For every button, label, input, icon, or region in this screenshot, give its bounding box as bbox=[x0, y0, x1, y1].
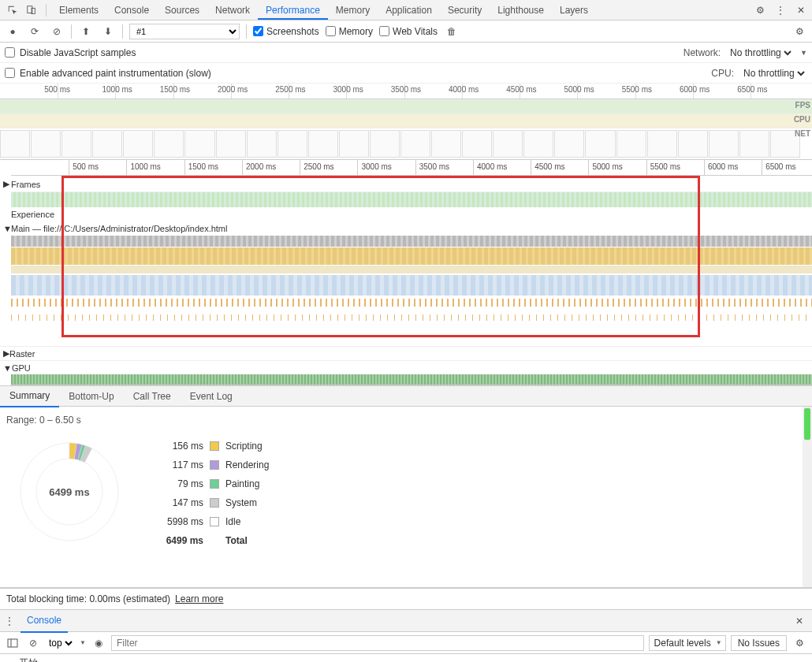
disable-js-samples-checkbox[interactable] bbox=[5, 47, 15, 58]
main-track-header[interactable]: ▼Main — file:///C:/Users/Administrator/D… bbox=[0, 220, 812, 236]
details-tab-call-tree[interactable]: Call Tree bbox=[124, 386, 181, 407]
ruler-tick-label: 1000 ms bbox=[130, 162, 160, 171]
ruler-tick-label: 2000 ms bbox=[246, 162, 276, 171]
clear-icon[interactable]: ⊘ bbox=[49, 24, 65, 39]
ruler-tick-label: 4000 ms bbox=[449, 85, 479, 94]
blocking-time-bar: Total blocking time: 0.00ms (estimated) … bbox=[0, 588, 812, 610]
color-swatch bbox=[210, 498, 219, 508]
network-throttle-select[interactable]: No throttling bbox=[727, 46, 794, 59]
legend-row: 156 msScripting bbox=[156, 437, 269, 456]
more-icon[interactable]: ⋮ bbox=[773, 2, 788, 18]
disable-js-samples-label: Disable JavaScript samples bbox=[20, 47, 136, 58]
gpu-track[interactable] bbox=[11, 374, 812, 385]
legend-total-row: 6499 msTotal bbox=[156, 531, 269, 550]
ruler-tick-label: 2000 ms bbox=[218, 85, 248, 94]
tab-console[interactable]: Console bbox=[106, 0, 157, 20]
tab-lighthouse[interactable]: Lighthouse bbox=[490, 0, 552, 20]
frames-track-header[interactable]: ▶Frames bbox=[0, 176, 812, 192]
flame-chart-area[interactable]: ▶Frames Experience ▼Main — file:///C:/Us… bbox=[0, 176, 812, 386]
color-swatch bbox=[210, 441, 219, 451]
profile-select[interactable]: #1 bbox=[129, 24, 240, 39]
gpu-track-header[interactable]: ▼GPU bbox=[0, 360, 812, 374]
overview-tracks[interactable]: FPS CPU NET bbox=[0, 99, 812, 160]
details-tab-event-log[interactable]: Event Log bbox=[181, 386, 242, 407]
screenshots-checkbox[interactable]: Screenshots bbox=[253, 26, 319, 37]
legend-row: 117 msRendering bbox=[156, 456, 269, 474]
ruler-tick-label: 2500 ms bbox=[304, 162, 333, 171]
tab-memory[interactable]: Memory bbox=[328, 0, 378, 20]
drawer-menu-icon[interactable]: ⋮ bbox=[5, 616, 14, 627]
drawer-header: ⋮ Console ✕ bbox=[0, 610, 812, 632]
issues-button[interactable]: No Issues bbox=[731, 635, 787, 651]
reload-record-icon[interactable]: ⟳ bbox=[27, 24, 43, 39]
tab-performance[interactable]: Performance bbox=[258, 0, 328, 20]
inspect-element-icon[interactable] bbox=[3, 1, 22, 20]
save-profile-icon[interactable]: ⬇ bbox=[100, 24, 116, 39]
summary-donut-chart: 6499 ms bbox=[14, 437, 125, 547]
ruler-tick-label: 6500 ms bbox=[737, 85, 767, 94]
legend-row: 5998 msIdle bbox=[156, 512, 269, 531]
ruler-tick-label: 5500 ms bbox=[650, 162, 680, 171]
donut-total: 6499 ms bbox=[49, 486, 89, 498]
capture-settings-gear-icon[interactable]: ⚙ bbox=[792, 24, 807, 39]
overview-ruler[interactable]: 500 ms1000 ms1500 ms2000 ms2500 ms3000 m… bbox=[0, 84, 812, 99]
main-flame-chart[interactable] bbox=[11, 236, 812, 346]
experience-track-header[interactable]: Experience bbox=[0, 207, 812, 220]
ruler-tick-label: 5000 ms bbox=[592, 162, 622, 171]
tab-sources[interactable]: Sources bbox=[157, 0, 207, 20]
learn-more-link[interactable]: Learn more bbox=[175, 593, 223, 604]
ruler-tick-label: 5500 ms bbox=[622, 85, 652, 94]
enable-paint-row: Enable advanced paint instrumentation (s… bbox=[0, 63, 812, 84]
details-tab-bottom-up[interactable]: Bottom-Up bbox=[59, 386, 123, 407]
ruler-tick-label: 1500 ms bbox=[188, 162, 218, 171]
web-vitals-checkbox[interactable]: Web Vitals bbox=[379, 26, 438, 37]
ruler-tick-label: 4500 ms bbox=[535, 162, 564, 171]
raster-track-header[interactable]: ▶Raster bbox=[0, 346, 812, 360]
tab-application[interactable]: Application bbox=[378, 0, 440, 20]
console-toolbar: ⊘ top ▼ ◉ Default levels No Issues ⚙ bbox=[0, 632, 812, 654]
settings-gear-icon[interactable]: ⚙ bbox=[752, 2, 768, 18]
tab-elements[interactable]: Elements bbox=[51, 0, 106, 20]
ruler-tick-label: 6000 ms bbox=[708, 162, 738, 171]
tab-security[interactable]: Security bbox=[440, 0, 490, 20]
chevron-down-icon: ▼ bbox=[80, 639, 86, 646]
ruler-tick-label: 6500 ms bbox=[765, 162, 795, 171]
tab-layers[interactable]: Layers bbox=[552, 0, 596, 20]
enable-paint-label: Enable advanced paint instrumentation (s… bbox=[20, 68, 211, 79]
blocking-time-text: Total blocking time: 0.00ms (estimated) bbox=[6, 593, 170, 604]
performance-toolbar: ● ⟳ ⊘ ⬆ ⬇ #1 Screenshots Memory Web Vita… bbox=[0, 20, 812, 43]
memory-checkbox[interactable]: Memory bbox=[326, 26, 373, 37]
ruler-tick-label: 2500 ms bbox=[275, 85, 305, 94]
summary-legend: 156 msScripting117 msRendering79 msPaint… bbox=[156, 437, 269, 550]
drawer-close-icon[interactable]: ✕ bbox=[792, 616, 807, 627]
summary-panel: Range: 0 – 6.50 s 6499 ms 156 msScriptin… bbox=[0, 407, 812, 588]
ruler-tick-label: 3000 ms bbox=[333, 85, 363, 94]
frames-track[interactable] bbox=[11, 192, 812, 207]
console-clear-icon[interactable]: ⊘ bbox=[25, 635, 41, 651]
tab-network[interactable]: Network bbox=[207, 0, 258, 20]
legend-row: 147 msSystem bbox=[156, 493, 269, 512]
main-ruler[interactable]: 500 ms1000 ms1500 ms2000 ms2500 ms3000 m… bbox=[11, 160, 812, 176]
close-icon[interactable]: ✕ bbox=[793, 2, 809, 18]
console-context-select[interactable]: top bbox=[46, 637, 75, 649]
devtools-tab-bar: ElementsConsoleSourcesNetworkPerformance… bbox=[0, 0, 812, 20]
record-icon[interactable]: ● bbox=[5, 24, 20, 39]
color-swatch bbox=[210, 460, 219, 470]
disable-js-samples-row: Disable JavaScript samples Network: No t… bbox=[0, 43, 812, 63]
console-sidebar-toggle-icon[interactable] bbox=[5, 635, 20, 651]
load-profile-icon[interactable]: ⬆ bbox=[78, 24, 94, 39]
console-tab[interactable]: Console bbox=[20, 609, 68, 633]
panel-tabs: ElementsConsoleSourcesNetworkPerformance… bbox=[51, 0, 596, 20]
device-toggle-icon[interactable] bbox=[22, 1, 41, 20]
color-swatch bbox=[210, 479, 219, 489]
details-tab-summary[interactable]: Summary bbox=[0, 385, 59, 407]
cpu-label: CPU: bbox=[711, 68, 734, 79]
cpu-throttle-select[interactable]: No throttling bbox=[740, 67, 807, 80]
garbage-collect-icon[interactable]: 🗑 bbox=[444, 24, 460, 39]
enable-paint-checkbox[interactable] bbox=[5, 68, 15, 78]
log-levels-select[interactable]: Default levels bbox=[649, 635, 726, 651]
console-settings-gear-icon[interactable]: ⚙ bbox=[792, 635, 807, 651]
ruler-tick-label: 4000 ms bbox=[477, 162, 507, 171]
live-expression-icon[interactable]: ◉ bbox=[91, 635, 106, 651]
console-filter-input[interactable] bbox=[111, 635, 644, 651]
